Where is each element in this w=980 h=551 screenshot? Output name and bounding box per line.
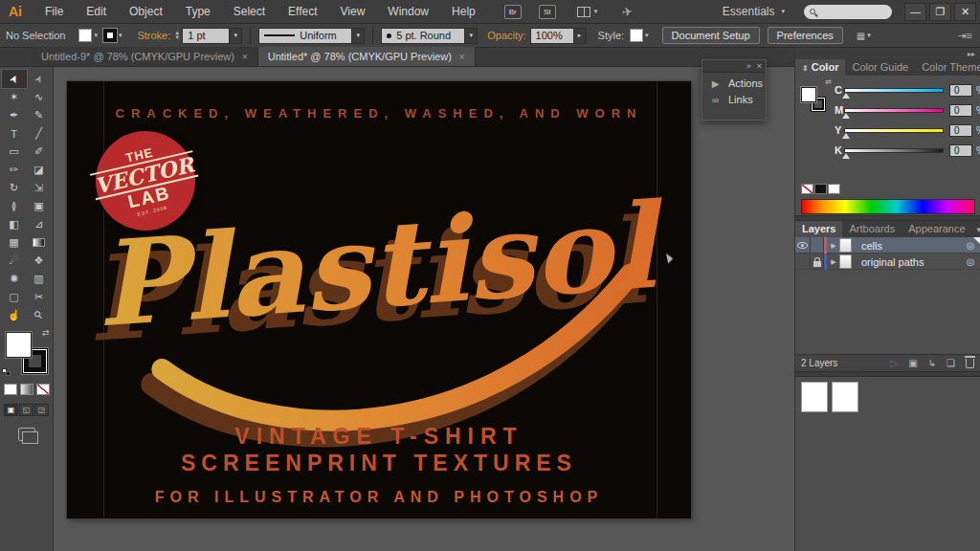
search-input[interactable] (804, 5, 892, 19)
restore-button[interactable]: ❐ (929, 3, 951, 21)
visibility-toggle[interactable] (795, 237, 811, 253)
layer-thumbnail[interactable] (839, 238, 852, 253)
default-fill-stroke-icon[interactable] (2, 368, 11, 376)
minimize-button[interactable]: — (904, 3, 926, 21)
fill-swatch[interactable] (78, 29, 92, 42)
draw-normal-button[interactable]: ▣ (4, 404, 18, 416)
slider-thumb[interactable] (842, 133, 850, 139)
document-tab[interactable]: Untitled-9* @ 78% (CMYK/GPU Preview) × (32, 47, 258, 66)
workspace-switcher[interactable]: Essentials ▾ (723, 5, 791, 18)
eraser-tool[interactable]: ◪ (27, 161, 52, 179)
cyan-slider[interactable] (844, 88, 944, 93)
color-mode-button[interactable] (4, 384, 17, 395)
bridge-button[interactable]: Br (504, 5, 522, 19)
menu-view[interactable]: View (329, 0, 377, 24)
tab-artboards[interactable]: Artboards (842, 221, 902, 237)
panel-fill-stroke[interactable]: ⇄ (801, 83, 830, 114)
arrange-documents-icon[interactable]: ▾ (577, 7, 604, 17)
curvature-tool[interactable]: ✎ (27, 106, 52, 124)
perspective-grid-tool[interactable]: ⊿ (27, 215, 52, 233)
hand-tool[interactable]: ☝ (2, 306, 27, 324)
collapse-panel-icon[interactable]: » (746, 61, 751, 71)
expand-triangle-icon[interactable]: ▶ (828, 258, 839, 266)
menu-help[interactable]: Help (440, 0, 487, 24)
delete-layer-icon[interactable] (966, 359, 974, 368)
new-layer-icon[interactable]: ❏ (947, 358, 955, 368)
visibility-toggle[interactable] (795, 253, 811, 270)
fill-color-box[interactable] (6, 332, 32, 358)
menu-edit[interactable]: Edit (75, 0, 118, 24)
preferences-button[interactable]: Preferences (768, 27, 843, 44)
magenta-slider[interactable] (844, 108, 944, 113)
direct-selection-tool[interactable]: ➤ (27, 70, 52, 88)
black-slider[interactable] (844, 148, 944, 153)
draw-inside-button[interactable]: ◲ (34, 404, 49, 416)
scale-tool[interactable]: ⇲ (27, 179, 52, 197)
menu-select[interactable]: Select (222, 0, 277, 24)
expand-triangle-icon[interactable]: ▶ (828, 242, 839, 250)
layer-name[interactable]: original paths (857, 256, 961, 268)
opacity-combo[interactable]: 100% ▸ (530, 28, 587, 44)
layer-thumbnail[interactable] (839, 254, 852, 269)
artboard[interactable]: CRACKED, WEATHERED, WASHED, AND WORN THE… (67, 81, 691, 518)
gpu-performance-icon[interactable]: ✈ (621, 4, 634, 19)
selection-tool[interactable]: ➤ (2, 70, 27, 88)
width-tool[interactable]: ≬ (2, 197, 27, 215)
slider-thumb[interactable] (842, 153, 850, 159)
links-panel-button[interactable]: ∞ Links (702, 89, 766, 105)
panel-fill-box[interactable] (801, 87, 816, 102)
magenta-value-input[interactable]: 0 (949, 104, 972, 117)
free-transform-tool[interactable]: ▣ (27, 197, 52, 215)
chevron-right-icon[interactable]: ▸ (573, 29, 586, 43)
artboard-tool[interactable]: ▢ (2, 288, 27, 306)
chevron-down-icon[interactable]: ▾ (229, 29, 241, 43)
pen-tool[interactable]: ✒ (2, 106, 27, 124)
swap-fill-stroke-icon[interactable]: ⇄ (825, 77, 832, 86)
menu-effect[interactable]: Effect (277, 0, 328, 24)
chevron-down-icon[interactable]: ▾ (119, 32, 122, 39)
shaper-tool[interactable]: ✏ (2, 161, 27, 179)
layer-row-cells[interactable]: ▶ cells ◎ (795, 237, 980, 253)
stroke-swatch[interactable] (103, 29, 117, 42)
slider-thumb[interactable] (842, 113, 850, 119)
chevron-down-icon[interactable]: ▾ (351, 29, 364, 43)
tab-layers[interactable]: Layers (795, 221, 842, 237)
blend-tool[interactable]: ❖ (27, 252, 52, 270)
texture-thumbnail-teal[interactable] (832, 382, 858, 412)
actions-panel-button[interactable]: ▶ Actions (702, 73, 766, 89)
menu-file[interactable]: File (33, 0, 75, 24)
rectangle-tool[interactable]: ▭ (2, 143, 27, 161)
type-tool[interactable]: T (2, 124, 27, 143)
stroke-weight-combo[interactable]: 1 pt ▾ (182, 28, 242, 44)
line-segment-tool[interactable]: ╱ (27, 124, 52, 143)
target-circle-icon[interactable]: ◎ (961, 256, 980, 267)
layer-row-original-paths[interactable]: ▶ original paths ◎ (795, 253, 980, 270)
make-clipping-mask-icon[interactable]: ▣ (908, 358, 917, 368)
document-tab-active[interactable]: Untitled* @ 78% (CMYK/GPU Preview) × (258, 47, 476, 66)
swap-fill-stroke-icon[interactable]: ⇄ (42, 328, 50, 338)
opacity-panel-link[interactable]: Opacity: (487, 30, 525, 41)
menu-type[interactable]: Type (174, 0, 222, 24)
none-mode-button[interactable] (36, 384, 50, 395)
change-screen-mode-button[interactable] (18, 428, 35, 441)
zoom-tool[interactable]: ⚲ (27, 306, 52, 324)
yellow-value-input[interactable]: 0 (949, 124, 972, 137)
black-value-input[interactable]: 0 (949, 144, 972, 157)
white-swatch[interactable] (828, 184, 840, 194)
width-profile-combo[interactable]: Uniform ▾ (258, 28, 365, 44)
color-spectrum-bar[interactable] (801, 199, 975, 214)
chevron-down-icon[interactable]: ▾ (464, 29, 477, 43)
close-tab-icon[interactable]: × (459, 52, 465, 62)
collect-for-export-icon[interactable]: ▷ (890, 358, 898, 368)
rotate-tool[interactable]: ↻ (2, 179, 27, 197)
magic-wand-tool[interactable]: ✶ (2, 88, 27, 106)
graphic-style-swatch[interactable] (630, 29, 643, 42)
gradient-tool[interactable] (27, 233, 52, 252)
lock-toggle[interactable] (811, 237, 824, 253)
document-setup-button[interactable]: Document Setup (662, 27, 760, 44)
slice-tool[interactable]: ✂ (27, 288, 52, 306)
close-tab-icon[interactable]: × (242, 52, 248, 62)
stock-button[interactable]: St (539, 5, 556, 19)
layer-name[interactable]: cells (857, 240, 961, 252)
chevron-down-icon[interactable]: ▾ (94, 32, 98, 39)
